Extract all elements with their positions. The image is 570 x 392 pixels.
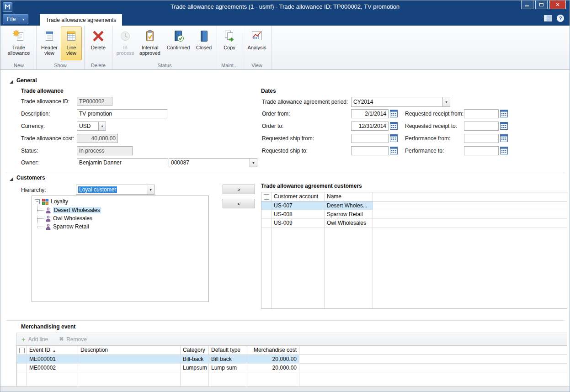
select-all-checkbox[interactable] — [17, 346, 27, 355]
customers-row-us007[interactable]: US-007 Desert Wholes... — [261, 201, 567, 210]
tree-node-desert-wholesales[interactable]: Desert Wholesales — [46, 207, 101, 213]
label-description: Description: — [21, 111, 50, 117]
tree-node-sparrow-retail[interactable]: Sparrow Retail — [46, 223, 89, 230]
closed-icon — [197, 29, 211, 43]
col-default-type[interactable]: Default type — [209, 346, 247, 355]
owner-name-field[interactable]: Benjamin Danner — [77, 158, 168, 167]
label-requested-receipt-from: Requested receipt from: — [405, 111, 463, 117]
performance-to-datepicker-button[interactable] — [500, 146, 508, 155]
owner-id-field[interactable]: 000087 — [169, 158, 250, 167]
ribbon-button-header-view[interactable]: Header view — [39, 26, 60, 60]
owner-dropdown-button[interactable]: ▾ — [250, 158, 257, 167]
requested-ship-from-field[interactable] — [351, 134, 389, 143]
cell-name: Sparrow Retail — [325, 210, 373, 218]
cell-filler — [299, 355, 567, 363]
col-filler — [299, 346, 567, 355]
label-agreement-period: Trade allowance agreement period: — [262, 99, 348, 105]
remove-button[interactable]: ✖ Remove — [59, 336, 87, 343]
empty-cell — [261, 228, 272, 308]
ribbon-group-label: View — [245, 62, 269, 69]
customers-section-header[interactable]: Customers — [10, 175, 45, 181]
order-from-field[interactable]: 2/1/2014 — [351, 109, 389, 118]
layout-icon[interactable] — [544, 15, 552, 21]
merchandising-row-me000001[interactable]: ME000001 Bill-back Bill back 20,000.00 — [17, 355, 567, 364]
order-to-datepicker-button[interactable] — [389, 122, 398, 130]
col-category[interactable]: Category — [181, 346, 209, 355]
col-filler — [373, 192, 567, 201]
requested-receipt-from-field[interactable] — [464, 109, 499, 118]
tree-node-owl-wholesales[interactable]: Owl Wholesales — [46, 215, 92, 222]
row-checkbox-cell[interactable] — [17, 355, 27, 363]
close-icon: ✕ — [555, 2, 559, 8]
requested-ship-to-field[interactable] — [351, 146, 389, 155]
description-field[interactable]: TV promotion — [77, 109, 167, 118]
order-from-datepicker-button[interactable] — [389, 109, 398, 118]
ribbon-button-analysis[interactable]: Analysis — [245, 26, 269, 60]
dynamics-logo-icon — [4, 4, 11, 11]
performance-from-datepicker-button[interactable] — [500, 134, 508, 143]
dates-group-title: Dates — [261, 88, 276, 94]
ribbon-group-label: New — [4, 62, 34, 69]
tree-node-loyalty[interactable]: − Loyalty — [35, 198, 68, 205]
tab-label: Trade allowance agreements — [46, 17, 116, 23]
customers-row-us009[interactable]: US-009 Owl Wholesales — [261, 219, 567, 228]
requested-receipt-to-field[interactable] — [464, 122, 499, 131]
ribbon-button-internal-approved[interactable]: Internal approved — [137, 26, 163, 60]
select-all-checkbox[interactable] — [261, 192, 272, 201]
row-checkbox-cell[interactable] — [261, 210, 272, 218]
customers-row-us008[interactable]: US-008 Sparrow Retail — [261, 210, 567, 219]
performance-to-field[interactable] — [464, 146, 499, 155]
label-order-to: Order to: — [262, 123, 283, 129]
requested-ship-to-datepicker-button[interactable] — [389, 146, 398, 155]
ribbon-group-label: Show — [39, 62, 82, 69]
ribbon-button-closed[interactable]: Closed — [193, 26, 214, 60]
col-name[interactable]: Name — [325, 192, 373, 201]
move-left-button[interactable]: < — [223, 199, 255, 208]
ribbon-button-confirmed[interactable]: Confirmed — [164, 26, 192, 60]
col-merchandise-cost[interactable]: Merchandise cost — [247, 346, 299, 355]
ribbon-button-trade-allowance[interactable]: Trade allowance — [4, 26, 34, 60]
minimize-button[interactable] — [521, 0, 533, 9]
performance-from-field[interactable] — [464, 134, 499, 143]
ribbon-button-copy[interactable]: Copy — [219, 26, 240, 60]
close-button[interactable]: ✕ — [549, 0, 566, 9]
hierarchy-dropdown-button[interactable]: ▾ — [147, 185, 154, 195]
label-trade-allowance-cost: Trade allowance cost: — [21, 135, 74, 142]
tree-collapse-icon[interactable]: − — [35, 199, 40, 204]
header-view-icon — [43, 29, 56, 43]
cell-event-id: ME000001 — [27, 355, 78, 363]
general-section-header[interactable]: General — [10, 77, 37, 84]
cell-event-id: ME000002 — [27, 364, 78, 372]
col-customer-account[interactable]: Customer account — [272, 192, 325, 201]
trade-allowance-id-field[interactable]: TP000002 — [77, 97, 112, 106]
tab-trade-allowance-agreements[interactable]: Trade allowance agreements — [40, 14, 122, 26]
ribbon-group-show: Header view Line view Show — [37, 26, 85, 69]
requested-receipt-to-datepicker-button[interactable] — [500, 122, 508, 130]
customers-grid-header: Customer account Name — [261, 192, 567, 201]
row-checkbox-cell[interactable] — [17, 364, 27, 372]
agreement-period-field[interactable]: CY2014 — [351, 97, 443, 107]
file-menu-button[interactable]: File ▾ — [3, 14, 28, 24]
col-event-id[interactable]: Event ID▲ — [27, 346, 78, 355]
window-title: Trade allowance agreements (1 - usmf) - … — [60, 3, 510, 10]
hierarchy-field[interactable]: Loyal customer — [76, 185, 147, 195]
row-checkbox-cell[interactable] — [261, 201, 272, 210]
requested-ship-from-datepicker-button[interactable] — [389, 134, 398, 143]
move-right-button[interactable]: > — [223, 185, 255, 194]
help-icon[interactable]: ? — [557, 15, 564, 22]
trade-allowance-group-title: Trade allowance — [21, 88, 64, 94]
ribbon-button-delete[interactable]: Delete — [87, 26, 110, 60]
row-checkbox-cell[interactable] — [261, 219, 272, 227]
currency-dropdown-button[interactable]: ▾ — [98, 122, 106, 131]
col-description[interactable]: Description — [78, 346, 181, 355]
requested-receipt-from-datepicker-button[interactable] — [500, 109, 508, 118]
merchandising-row-me000002[interactable]: ME000002 Lumpsum Lump sum 20,000.00 — [17, 364, 567, 372]
ribbon-button-line-view[interactable]: Line view — [61, 26, 82, 60]
order-to-field[interactable]: 12/31/2014 — [351, 122, 389, 131]
maximize-button[interactable] — [535, 0, 548, 9]
agreement-period-dropdown-button[interactable]: ▾ — [442, 97, 450, 107]
app-icon[interactable] — [3, 2, 12, 12]
add-line-button[interactable]: + Add line — [21, 336, 48, 343]
file-label: File — [7, 16, 16, 22]
currency-field[interactable]: USD — [77, 122, 99, 131]
